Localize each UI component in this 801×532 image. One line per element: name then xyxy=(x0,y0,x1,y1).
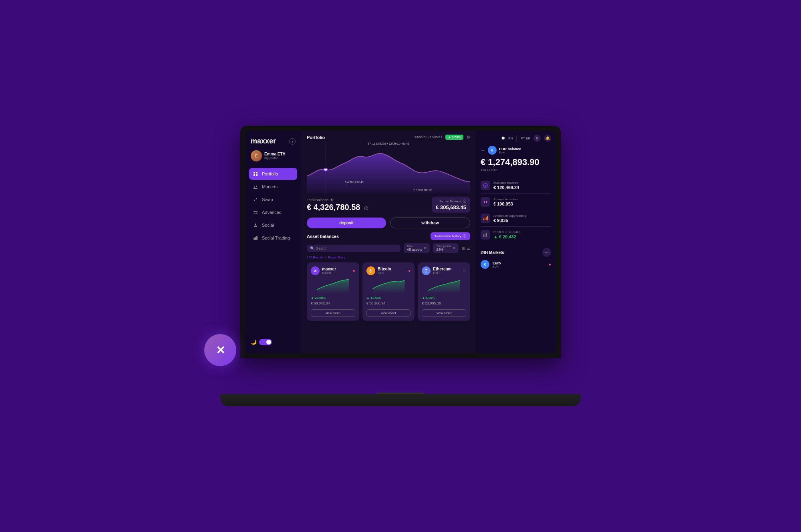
list-view-icon[interactable]: ☰ xyxy=(467,246,470,250)
ethereum-name: Ethereum xyxy=(433,267,451,271)
asset-header: Asset balances Transaction history ⓘ xyxy=(307,232,470,240)
nav-label-swap: Swap xyxy=(262,197,273,202)
asset-card-bitcoin: ₿ Bitcoin BTC ♥ xyxy=(362,262,415,321)
bitcoin-favorite-icon[interactable]: ♥ xyxy=(408,269,411,273)
reset-filters-link[interactable]: Reset filters xyxy=(328,256,345,259)
markets-title: 24H Markets xyxy=(481,250,504,255)
available-balance-label: Available balance xyxy=(493,181,551,185)
copy-trading-row: Amount in copy trading € 9,035 xyxy=(481,210,551,227)
svg-rect-11 xyxy=(255,237,256,240)
sidebar-item-markets[interactable]: Markets xyxy=(249,181,297,193)
sidebar-item-swap[interactable]: Swap xyxy=(249,193,297,206)
action-buttons: deposit withdraw xyxy=(301,216,476,232)
info-icon[interactable]: i xyxy=(289,138,296,145)
results-row: 125 Results | Reset filters xyxy=(307,256,470,259)
eur-market-favorite-icon[interactable]: ♥ xyxy=(549,262,551,267)
pnl-label: Profit & Loss (24H) xyxy=(493,230,551,234)
toggle-thumb xyxy=(266,340,271,345)
transaction-history-button[interactable]: Transaction history ⓘ xyxy=(431,232,470,240)
sidebar-item-social[interactable]: Social xyxy=(249,219,297,231)
maxxer-favorite-icon[interactable]: ♥ xyxy=(353,269,355,273)
card-header-ethereum: Ξ Ethereum ETH ♡ xyxy=(422,266,466,275)
chart-label-top: € 4,135,780.58 • 12/09/21 • 05:43 xyxy=(368,142,409,145)
period-filter[interactable]: Time period 24H ⚙ xyxy=(433,243,459,253)
asset-title: Asset balances xyxy=(307,234,339,239)
market-row-eur[interactable]: € Euro EUR ♥ xyxy=(481,260,551,269)
svg-rect-3 xyxy=(256,174,258,176)
ethereum-favorite-icon[interactable]: ♡ xyxy=(463,269,466,273)
avatar: E xyxy=(251,150,262,161)
back-arrow-icon[interactable]: ← xyxy=(481,147,485,153)
eur-balance-header: ← € EUR balance Euro xyxy=(481,146,551,155)
type-filter[interactable]: Type All assets ⚙ xyxy=(404,243,430,253)
toggle-switch[interactable] xyxy=(259,339,272,345)
clock-icon: 🕐 xyxy=(501,137,505,140)
lang-en[interactable]: EN xyxy=(508,137,513,140)
search-box[interactable]: 🔍 xyxy=(307,245,400,252)
orders-icon xyxy=(481,197,490,207)
eth-coin-icon: Ξ xyxy=(422,266,431,275)
markets-more-icon[interactable]: ··· xyxy=(542,248,551,257)
sidebar-item-portfolio[interactable]: Portfolio xyxy=(249,168,297,180)
portfolio-header: Portfolio 13/09/21 - 18/09/21 ▲ 3.59% ⚙ xyxy=(301,131,476,141)
nav-label-advanced: Advanced xyxy=(262,210,282,215)
ethereum-value: € 23,005.38 xyxy=(422,301,466,305)
period-filter-dropdown-icon: ⚙ xyxy=(453,246,455,250)
svg-rect-2 xyxy=(254,174,255,176)
svg-point-7 xyxy=(254,211,256,212)
type-filter-label: Type xyxy=(407,245,423,248)
bitcoin-value: € 50,908.94 xyxy=(366,301,411,305)
ethereum-view-button[interactable]: view asset xyxy=(422,309,466,317)
svg-rect-12 xyxy=(256,236,258,240)
user-profile[interactable]: E Emma.ETH my profile xyxy=(249,147,297,165)
lang-pt[interactable]: PT-BR xyxy=(521,137,530,140)
available-balance-row: Available balance € 120,469.24 xyxy=(481,177,551,194)
svg-rect-10 xyxy=(254,238,255,240)
notification-bell-icon[interactable]: 🔔 xyxy=(544,135,551,142)
balance-info-icon[interactable]: ⓘ xyxy=(364,206,368,211)
pnl-icon xyxy=(481,230,490,240)
settings-icon[interactable]: ⚙ xyxy=(533,135,541,142)
card-coin-maxxer: ✕ maxxer MXXR xyxy=(311,266,336,275)
search-icon: 🔍 xyxy=(310,246,314,250)
theme-toggle[interactable]: 🌙 xyxy=(249,337,297,347)
deposit-button[interactable]: deposit xyxy=(307,218,386,228)
in-use-info-icon[interactable]: ⓘ xyxy=(463,200,466,203)
sidebar-item-social-trading[interactable]: Social Trading xyxy=(249,232,297,244)
nav-label-markets: Markets xyxy=(262,184,278,189)
sidebar-item-advanced[interactable]: Advanced xyxy=(249,206,297,218)
chart-label-bot: € 3,903,100.70 xyxy=(413,189,432,191)
view-toggle: ⊞ ☰ xyxy=(462,246,470,250)
bitcoin-view-button[interactable]: view asset xyxy=(366,309,411,317)
portfolio-settings-icon[interactable]: ⚙ xyxy=(467,135,470,139)
eur-btc-value: 116.47 BTC xyxy=(481,168,551,172)
balance-eye-icon[interactable]: 👁 xyxy=(330,198,334,202)
user-name: Emma.ETH xyxy=(264,152,296,156)
maxxer-view-button[interactable]: view asset xyxy=(311,309,355,317)
maxxer-value: € 68,042.04 xyxy=(311,301,355,305)
ethereum-ticker: ETH xyxy=(433,271,451,275)
maxxer-ticker: MXXR xyxy=(322,271,336,275)
grid-view-icon[interactable]: ⊞ xyxy=(462,246,465,250)
type-filter-dropdown-icon: ⚙ xyxy=(424,246,427,250)
svg-rect-18 xyxy=(486,217,487,220)
svg-point-15 xyxy=(483,183,487,187)
svg-rect-20 xyxy=(483,234,484,237)
right-top-bar: 🕐 EN | PT-BR ⚙ 🔔 xyxy=(481,135,551,142)
balance-amount: € 4,326,780.58 ⓘ xyxy=(307,203,368,212)
sidebar-logo: maxxer i xyxy=(249,137,297,145)
svg-rect-21 xyxy=(485,234,485,237)
search-input[interactable] xyxy=(316,246,340,250)
copy-trading-icon xyxy=(481,214,490,223)
lang-separator: | xyxy=(516,135,517,142)
social-icon xyxy=(252,222,259,228)
eur-currency-label: EUR balance xyxy=(499,147,521,151)
nav-label-portfolio: Portfolio xyxy=(262,171,278,176)
floating-logo-symbol: ✕ xyxy=(216,344,225,357)
withdraw-button[interactable]: withdraw xyxy=(390,218,470,228)
maxxer-chart xyxy=(311,278,355,294)
svg-rect-1 xyxy=(256,172,258,173)
period-filter-value: 24H xyxy=(436,248,451,252)
pnl-value: ▲ € 20,432 xyxy=(493,234,551,239)
svg-rect-19 xyxy=(487,216,488,220)
